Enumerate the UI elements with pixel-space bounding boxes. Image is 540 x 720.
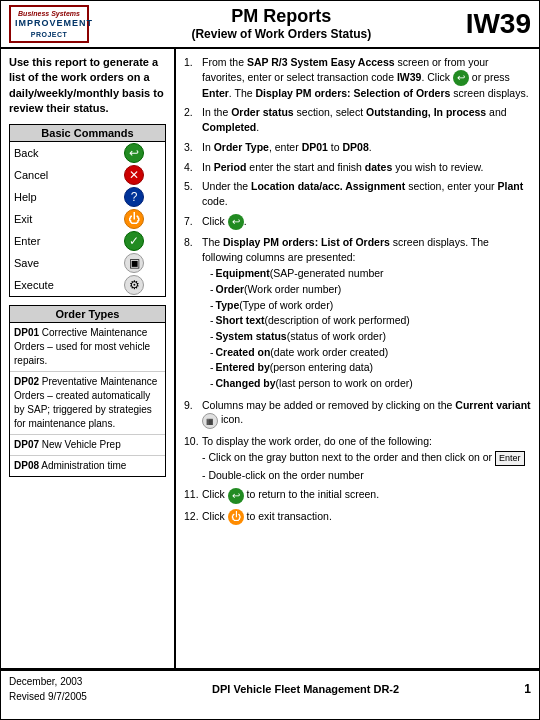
command-row: Enter✓ bbox=[10, 230, 165, 252]
sub-list-item: Type (Type of work order) bbox=[210, 298, 531, 313]
step-number: 7. bbox=[184, 214, 202, 230]
sub-list: Equipment (SAP-generated numberOrder (Wo… bbox=[202, 266, 531, 391]
bold-text: Current variant bbox=[455, 399, 530, 411]
page-header: Business Systems IMPROVEMENT PROJECT PM … bbox=[1, 1, 539, 49]
footer-dates: December, 2003 Revised 9/7/2005 bbox=[9, 674, 87, 704]
sub-list-item: System status (status of work order) bbox=[210, 329, 531, 344]
order-type-code: DP02 bbox=[14, 376, 39, 387]
footer-date2: Revised 9/7/2005 bbox=[9, 689, 87, 704]
command-row: Back↩ bbox=[10, 142, 165, 164]
logo-top-text: Business Systems bbox=[15, 9, 83, 18]
bold-text: IW39 bbox=[397, 71, 422, 83]
command-row: Execute⚙ bbox=[10, 274, 165, 296]
orange-icon: ⏻ bbox=[228, 509, 244, 525]
step-item: 2.In the Order status section, select Ou… bbox=[184, 105, 531, 134]
command-label: Exit bbox=[10, 208, 103, 230]
sub-list-item: Created on (date work order created) bbox=[210, 345, 531, 360]
bold-text: Location data/acc. Assignment bbox=[251, 180, 405, 192]
sub-list-item: Entered by (person entering data) bbox=[210, 360, 531, 375]
order-types-section: Order Types DP01 Corrective Maintenance … bbox=[9, 305, 166, 477]
step-number: 4. bbox=[184, 160, 202, 175]
step-item: 10.To display the work order, do one of … bbox=[184, 434, 531, 483]
step-number: 11. bbox=[184, 487, 202, 503]
left-column: Use this report to generate a list of th… bbox=[1, 49, 176, 668]
command-label: Help bbox=[10, 186, 103, 208]
basic-commands-title: Basic Commands bbox=[10, 125, 165, 142]
step-number: 9. bbox=[184, 398, 202, 429]
bold-text: dates bbox=[365, 161, 392, 173]
command-label: Back bbox=[10, 142, 103, 164]
order-type-item: DP08 Administration time bbox=[10, 456, 165, 476]
order-type-code: DP08 bbox=[14, 460, 39, 471]
steps-list: 1.From the SAP R/3 System Easy Access sc… bbox=[184, 55, 531, 525]
bold-text: Plant bbox=[497, 180, 523, 192]
bold-text: Completed bbox=[202, 121, 256, 133]
page-footer: December, 2003 Revised 9/7/2005 DPI Vehi… bbox=[1, 669, 539, 707]
footer-page: 1 bbox=[524, 682, 531, 696]
bold-text: Outstanding, In process bbox=[366, 106, 486, 118]
logo-main-text: IMPROVEMENT bbox=[15, 18, 83, 30]
bold-text: Order Type bbox=[214, 141, 269, 153]
footer-center: DPI Vehicle Fleet Management DR-2 bbox=[212, 683, 399, 695]
command-row: Save▣ bbox=[10, 252, 165, 274]
left-intro-text: Use this report to generate a list of th… bbox=[9, 55, 166, 117]
order-type-code: DP07 bbox=[14, 439, 39, 450]
transaction-code: IW39 bbox=[466, 8, 531, 40]
right-column: 1.From the SAP R/3 System Easy Access sc… bbox=[176, 49, 539, 668]
step-content: Under the Location data/acc. Assignment … bbox=[202, 179, 531, 208]
step-item: 3.In Order Type, enter DP01 to DP08. bbox=[184, 140, 531, 155]
order-type-desc: Administration time bbox=[41, 460, 126, 471]
green-icon: ↩ bbox=[228, 488, 244, 504]
order-types-list: DP01 Corrective Maintenance Orders – use… bbox=[10, 323, 165, 476]
command-icon: ✓ bbox=[103, 230, 165, 252]
variant-icon: ▦ bbox=[202, 413, 218, 429]
order-type-item: DP07 New Vehicle Prep bbox=[10, 435, 165, 456]
title-sub: (Review of Work Orders Status) bbox=[97, 27, 466, 41]
bold-text: Display PM orders: List of Orders bbox=[223, 236, 390, 248]
step-content: Click ↩ to return to the initial screen. bbox=[202, 487, 531, 503]
step-content: From the SAP R/3 System Easy Access scre… bbox=[202, 55, 531, 101]
step-item: 12.Click ⏻ to exit transaction. bbox=[184, 509, 531, 525]
command-row: Exit⏻ bbox=[10, 208, 165, 230]
bold-text: DP01 bbox=[302, 141, 328, 153]
step-item: 1.From the SAP R/3 System Easy Access sc… bbox=[184, 55, 531, 101]
command-icon: ▣ bbox=[103, 252, 165, 274]
step-content: The Display PM orders: List of Orders sc… bbox=[202, 235, 531, 393]
step-item: 11.Click ↩ to return to the initial scre… bbox=[184, 487, 531, 503]
step-content: In Order Type, enter DP01 to DP08. bbox=[202, 140, 531, 155]
title-main: PM Reports bbox=[97, 6, 466, 27]
step-item: 4.In Period enter the start and finish d… bbox=[184, 160, 531, 175]
logo-container: Business Systems IMPROVEMENT PROJECT bbox=[9, 5, 89, 43]
command-icon: ? bbox=[103, 186, 165, 208]
command-label: Save bbox=[10, 252, 103, 274]
sub-list-item: Short text (description of work performe… bbox=[210, 313, 531, 328]
bold-text: Display PM orders: Selection of Orders bbox=[256, 87, 451, 99]
green-icon: ↩ bbox=[453, 70, 469, 86]
bold-text: Enter bbox=[202, 87, 229, 99]
command-icon: ↩ bbox=[103, 142, 165, 164]
step-item: 5.Under the Location data/acc. Assignmen… bbox=[184, 179, 531, 208]
bold-text: DP08 bbox=[342, 141, 368, 153]
command-label: Cancel bbox=[10, 164, 103, 186]
command-row: Cancel✕ bbox=[10, 164, 165, 186]
sub-list-item: Changed by (last person to work on order… bbox=[210, 376, 531, 391]
step-number: 3. bbox=[184, 140, 202, 155]
order-type-item: DP02 Preventative Maintenance Orders – c… bbox=[10, 372, 165, 435]
inline-step: - Click on the gray button next to the o… bbox=[202, 450, 531, 466]
step-item: 9.Columns may be added or removed by cli… bbox=[184, 398, 531, 429]
logo-box: Business Systems IMPROVEMENT PROJECT bbox=[9, 5, 89, 43]
command-label: Execute bbox=[10, 274, 103, 296]
header-title: PM Reports (Review of Work Orders Status… bbox=[97, 6, 466, 41]
step-content: In Period enter the start and finish dat… bbox=[202, 160, 531, 175]
command-row: Help? bbox=[10, 186, 165, 208]
sub-list-item: Order (Work order number) bbox=[210, 282, 531, 297]
step-number: 5. bbox=[184, 179, 202, 208]
step-content: Click ⏻ to exit transaction. bbox=[202, 509, 531, 525]
step-item: 8.The Display PM orders: List of Orders … bbox=[184, 235, 531, 393]
basic-commands-section: Basic Commands Back↩Cancel✕Help?Exit⏻Ent… bbox=[9, 124, 166, 297]
commands-table: Back↩Cancel✕Help?Exit⏻Enter✓Save▣Execute… bbox=[10, 142, 165, 296]
order-types-title: Order Types bbox=[10, 306, 165, 323]
bold-text: SAP R/3 System Easy Access bbox=[247, 56, 395, 68]
step-number: 1. bbox=[184, 55, 202, 101]
inline-step: - Double-click on the order number bbox=[202, 468, 531, 483]
